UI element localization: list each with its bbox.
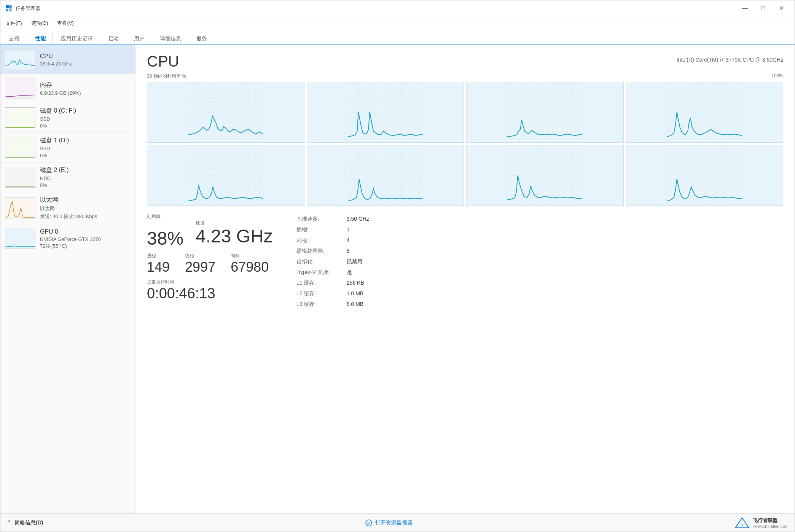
memory-title: 内存 — [40, 81, 131, 89]
info-label: 基准速度: — [296, 214, 346, 224]
utilization-stat: 利用率 38% 速度 4.23 GHz — [147, 213, 273, 249]
stats-right: 基准速度:3.50 GHz插槽:1内核:4逻辑处理器:8虚拟化:已禁用Hyper… — [296, 213, 783, 310]
app-icon — [5, 5, 13, 12]
tab-startup[interactable]: 启动 — [101, 33, 126, 45]
info-value: 4 — [347, 236, 782, 245]
info-row: L3 缓存:8.0 MB — [296, 299, 782, 309]
tab-history[interactable]: 应用历史记录 — [54, 33, 100, 45]
utilization-label: 利用率 — [147, 213, 273, 220]
sidebar-item-cpu[interactable]: CPU 38% 4.23 GHz — [0, 45, 135, 74]
disk2-info: 磁盘 2 (E:) HDD 0% — [40, 166, 131, 188]
disk1-sub2: 0% — [40, 153, 131, 158]
uptime-stat: 正常运行时间 0:00:46:13 — [147, 279, 273, 302]
disk0-sub2: 0% — [40, 123, 131, 129]
summary-toggle[interactable]: ⌃ 简略信息(D) — [6, 519, 43, 526]
gpu-sub2: 72% (55 °C) — [40, 243, 131, 249]
speed-label: 速度 — [196, 220, 273, 226]
cpu-chart-0 — [147, 82, 304, 143]
info-table: 基准速度:3.50 GHz插槽:1内核:4逻辑处理器:8虚拟化:已禁用Hyper… — [296, 213, 783, 310]
uptime-label: 正常运行时间 — [147, 279, 273, 285]
menu-view[interactable]: 查看(V) — [53, 18, 77, 28]
svg-rect-9 — [188, 145, 263, 205]
menu-options[interactable]: 选项(O) — [27, 18, 52, 28]
process-label: 进程 — [147, 253, 170, 259]
title-bar: 任务管理器 — □ ✕ — [0, 0, 795, 16]
sidebar-item-memory[interactable]: 内存 6.9/23.9 GB (29%) — [0, 74, 135, 103]
disk0-thumbnail — [5, 107, 35, 128]
info-row: L2 缓存:1.0 MB — [296, 289, 782, 299]
info-label: 插槽: — [296, 225, 346, 235]
thread-value: 2997 — [185, 259, 215, 275]
sidebar-item-gpu[interactable]: GPU 0 NVIDIA GeForce GTX 1070 72% (55 °C… — [0, 224, 135, 253]
window-controls: — □ ✕ — [736, 2, 790, 14]
sidebar-item-disk1[interactable]: 磁盘 1 (D:) SSD 0% — [0, 133, 135, 162]
disk1-sub1: SSD — [40, 146, 131, 151]
info-row: Hyper-V 支持:是 — [296, 268, 782, 277]
minimize-button[interactable]: — — [736, 2, 754, 14]
info-label: L1 缓存: — [296, 278, 346, 288]
tab-services[interactable]: 服务 — [189, 33, 214, 45]
info-value: 已禁用 — [347, 257, 782, 267]
ethernet-thumbnail — [5, 198, 35, 218]
cpu-chart-5 — [307, 145, 464, 206]
tab-details[interactable]: 详细信息 — [153, 33, 188, 45]
brand-area: ✈ 飞行者联盟 www.chinaflier.com — [734, 517, 789, 529]
sidebar-item-disk0[interactable]: 磁盘 0 (C: F:) SSD 0% — [0, 103, 135, 133]
cpu-sub: 38% 4.23 GHz — [40, 61, 131, 67]
ethernet-title: 以太网 — [40, 196, 131, 204]
info-row: 虚拟化:已禁用 — [296, 257, 782, 267]
process-thread-handle: 进程 149 线程 2997 句柄 67980 — [147, 253, 273, 275]
cpu-chart-1 — [307, 82, 464, 143]
cpu-chart-7 — [626, 145, 784, 206]
gpu-thumbnail — [5, 228, 35, 249]
disk1-title: 磁盘 1 (D:) — [40, 137, 131, 145]
svg-rect-0 — [6, 5, 9, 8]
stats-left: 利用率 38% 速度 4.23 GHz 进程 149 — [147, 213, 273, 310]
handle-label: 句柄 — [231, 253, 269, 259]
panel-title: CPU — [147, 53, 179, 70]
tab-performance[interactable]: 性能 — [28, 33, 53, 45]
cpu-thumbnail — [5, 49, 35, 70]
cpu-chart-6 — [466, 145, 624, 206]
disk0-title: 磁盘 0 (C: F:) — [40, 107, 131, 115]
gpu-info: GPU 0 NVIDIA GeForce GTX 1070 72% (55 °C… — [40, 228, 131, 249]
ethernet-info: 以太网 以太网 发送: 40.0 接收: 880 Kbps — [40, 196, 131, 220]
maximize-button[interactable]: □ — [754, 2, 772, 14]
uptime-value: 0:00:46:13 — [147, 285, 273, 302]
ethernet-sub2: 发送: 40.0 接收: 880 Kbps — [40, 213, 131, 220]
chart-label-left: 30 秒内的利用率 % — [147, 73, 186, 80]
info-label: L2 缓存: — [296, 289, 346, 299]
menu-bar: 文件(F) 选项(O) 查看(V) — [0, 16, 795, 30]
info-label: 逻辑处理器: — [296, 246, 346, 256]
info-row: 插槽:1 — [296, 225, 782, 235]
disk0-info: 磁盘 0 (C: F:) SSD 0% — [40, 107, 131, 129]
tab-users[interactable]: 用户 — [127, 33, 152, 45]
info-row: 逻辑处理器:8 — [296, 246, 782, 256]
disk2-title: 磁盘 2 (E:) — [40, 166, 131, 174]
svg-rect-5 — [188, 82, 263, 142]
info-value: 1 — [347, 225, 782, 235]
handle-value: 67980 — [231, 259, 269, 275]
sidebar-item-ethernet[interactable]: 以太网 以太网 发送: 40.0 接收: 880 Kbps — [0, 192, 135, 224]
tab-bar: 进程 性能 应用历史记录 启动 用户 详细信息 服务 — [0, 30, 795, 45]
chevron-icon: ⌃ — [6, 519, 11, 526]
info-label: 内核: — [296, 236, 346, 245]
cpu-chart-3 — [626, 82, 784, 143]
resource-monitor-link[interactable]: 打开资源监视器 — [365, 519, 413, 526]
sidebar-item-disk2[interactable]: 磁盘 2 (E:) HDD 0% — [0, 162, 135, 192]
cpu-chart-4 — [147, 145, 304, 206]
cpu-info: CPU 38% 4.23 GHz — [40, 53, 131, 67]
brand-sub: www.chinaflier.com — [753, 524, 789, 529]
title-left: 任务管理器 — [5, 5, 40, 12]
process-stat: 进程 149 — [147, 253, 170, 275]
info-row: 基准速度:3.50 GHz — [296, 214, 782, 224]
thread-stat: 线程 2997 — [185, 253, 215, 275]
sidebar: CPU 38% 4.23 GHz 内存 6.9/23.9 GB (29%) — [0, 45, 135, 513]
tab-process[interactable]: 进程 — [2, 33, 27, 45]
info-value: 3.50 GHz — [347, 214, 782, 224]
gpu-title: GPU 0 — [40, 228, 131, 235]
close-button[interactable]: ✕ — [773, 2, 790, 14]
brand-logo: ✈ — [734, 517, 750, 529]
menu-file[interactable]: 文件(F) — [2, 18, 26, 28]
open-resource-monitor[interactable]: 打开资源监视器 — [375, 519, 413, 526]
